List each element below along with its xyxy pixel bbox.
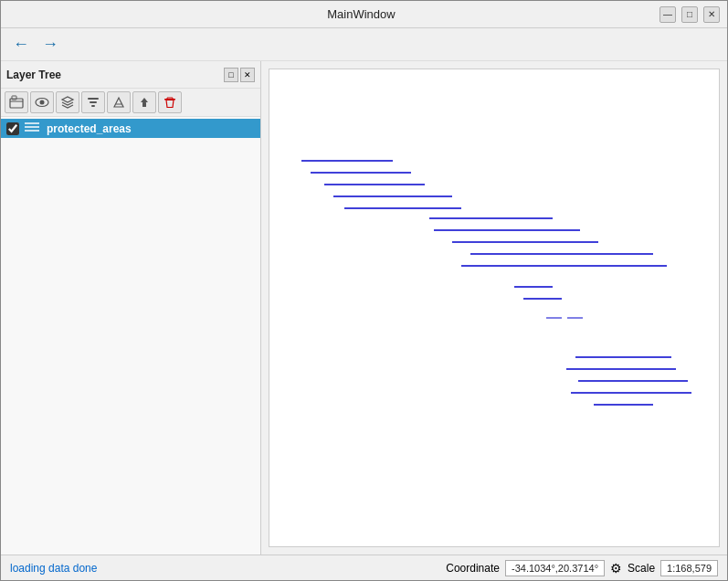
toggle-layer-btn[interactable] — [56, 91, 79, 113]
layer-list: protected_areas — [1, 117, 260, 555]
coordinate-value[interactable]: -34.1034°,20.3714° — [505, 560, 605, 576]
minimize-button[interactable]: — — [659, 6, 676, 23]
forward-button[interactable]: → — [37, 32, 63, 58]
move-up-btn[interactable] — [132, 91, 156, 113]
layer-name-protected-areas: protected_areas — [47, 122, 132, 135]
crs-icon[interactable]: ⚙ — [610, 561, 622, 576]
main-area: Layer Tree □ ✕ — [1, 61, 727, 555]
status-bar: loading data done Coordinate -34.1034°,2… — [1, 555, 727, 580]
layer-tree-panel: Layer Tree □ ✕ — [1, 61, 261, 555]
sidebar-collapse-btn[interactable]: □ — [224, 68, 238, 82]
style-btn[interactable] — [107, 91, 131, 113]
status-right: Coordinate -34.1034°,20.3714° ⚙ Scale 1:… — [446, 560, 718, 576]
sidebar-close-btn[interactable]: ✕ — [240, 68, 255, 82]
back-button[interactable]: ← — [8, 32, 34, 58]
scale-value[interactable]: 1:168,579 — [660, 560, 718, 576]
main-toolbar: ← → — [1, 28, 727, 61]
svg-rect-0 — [10, 99, 23, 108]
title-bar: MainWindow — □ ✕ — [1, 1, 727, 28]
svg-rect-4 — [88, 98, 99, 100]
close-button[interactable]: ✕ — [703, 6, 720, 23]
maximize-button[interactable]: □ — [681, 6, 698, 23]
map-svg — [269, 69, 719, 546]
window-controls: — □ ✕ — [659, 6, 720, 23]
toggle-visibility-btn[interactable] — [30, 91, 54, 113]
main-window: MainWindow — □ ✕ ← → Layer Tree □ ✕ — [0, 0, 728, 581]
remove-layer-btn[interactable] — [158, 91, 182, 113]
svg-rect-8 — [142, 102, 146, 107]
loading-status: loading data done — [10, 562, 437, 575]
window-title: MainWindow — [63, 7, 659, 21]
layer-tree-header: Layer Tree □ ✕ — [1, 61, 260, 89]
layer-item-protected-areas[interactable]: protected_areas — [1, 119, 260, 138]
svg-rect-5 — [90, 101, 97, 103]
sidebar-header-buttons: □ ✕ — [224, 68, 255, 82]
svg-point-3 — [40, 100, 45, 105]
layer-tree-title: Layer Tree — [6, 69, 61, 81]
layer-toolbar — [1, 89, 260, 117]
layer-checkbox-protected-areas[interactable] — [6, 122, 19, 135]
filter-btn[interactable] — [81, 91, 105, 113]
map-canvas-area[interactable] — [269, 69, 720, 547]
svg-rect-6 — [91, 105, 95, 107]
layer-icon-protected-areas — [25, 121, 39, 135]
open-layer-btn[interactable] — [5, 91, 28, 113]
coordinate-label: Coordinate — [446, 562, 500, 575]
scale-label: Scale — [628, 562, 655, 575]
